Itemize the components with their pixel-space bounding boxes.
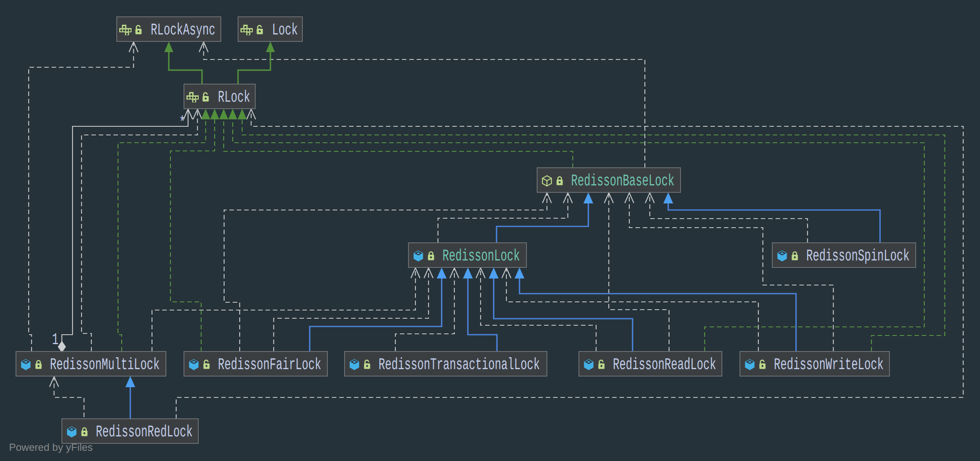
svg-text:RedissonRedLock: RedissonRedLock <box>96 423 193 442</box>
svg-text:RedissonFairLock: RedissonFairLock <box>218 356 321 374</box>
svg-text:*: * <box>179 114 186 132</box>
svg-text:1: 1 <box>52 331 59 349</box>
svg-text:RLock: RLock <box>218 89 250 107</box>
svg-text:RedissonMultiLock: RedissonMultiLock <box>50 356 160 374</box>
svg-text:RedissonWriteLock: RedissonWriteLock <box>774 356 884 374</box>
svg-text:RedissonTransactionalLock: RedissonTransactionalLock <box>379 356 540 374</box>
svg-text:Powered by yFiles: Powered by yFiles <box>9 442 93 453</box>
svg-text:RedissonSpinLock: RedissonSpinLock <box>806 247 910 266</box>
svg-text:RedissonLock: RedissonLock <box>442 247 520 266</box>
svg-text:RedissonBaseLock: RedissonBaseLock <box>571 172 674 191</box>
svg-text:RedissonReadLock: RedissonReadLock <box>613 356 716 374</box>
svg-text:Lock: Lock <box>272 21 298 40</box>
svg-text:RLockAsync: RLockAsync <box>151 21 216 40</box>
